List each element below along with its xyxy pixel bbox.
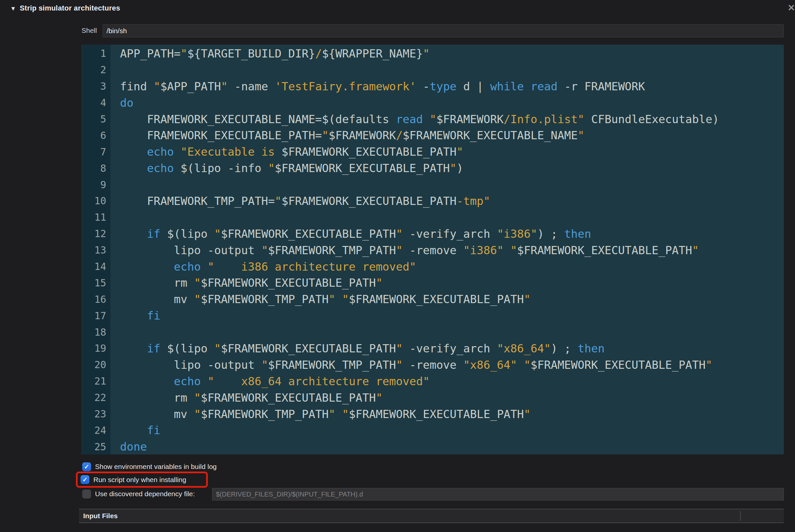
line-number: 18 [81,326,110,338]
line-number: 23 [81,408,110,420]
input-files-header: Input Files [79,509,784,523]
use-dependency-file-checkbox[interactable] [82,490,91,498]
script-editor[interactable]: 1APP_PATH="${TARGET_BUILD_DIR}/${WRAPPER… [81,45,784,455]
code-text: mv "$FRAMEWORK_TMP_PATH" "$FRAMEWORK_EXE… [110,292,531,306]
line-number: 2 [81,64,110,76]
disclosure-triangle-icon[interactable]: ▼ [10,5,16,12]
code-text: echo $(lipo -info "$FRAMEWORK_EXECUTABLE… [110,162,463,175]
show-env-vars-checkbox[interactable]: ✓ [82,462,91,471]
code-line: 20 lipo -output "$FRAMEWORK_TMP_PATH" -r… [81,357,784,373]
code-text: fi [110,309,160,322]
code-line: 25done [81,438,784,455]
code-text: do [110,96,133,109]
code-line: 1APP_PATH="${TARGET_BUILD_DIR}/${WRAPPER… [81,45,784,62]
line-number: 14 [81,261,110,272]
line-number: 24 [81,424,110,436]
code-line: 15 rm "$FRAMEWORK_EXECUTABLE_PATH" [81,274,784,291]
code-text: FRAMEWORK_TMP_PATH="$FRAMEWORK_EXECUTABL… [110,194,490,208]
code-text: fi [110,424,160,437]
code-line: 19 if $(lipo "$FRAMEWORK_EXECUTABLE_PATH… [81,340,784,357]
code-text: lipo -output "$FRAMEWORK_TMP_PATH" -remo… [110,244,699,257]
line-number: 22 [81,392,110,403]
code-line: 8 echo $(lipo -info "$FRAMEWORK_EXECUTAB… [81,160,784,176]
code-line: 13 lipo -output "$FRAMEWORK_TMP_PATH" -r… [81,242,784,259]
line-number: 10 [81,195,110,207]
line-number: 15 [81,277,110,289]
code-text: mv "$FRAMEWORK_TMP_PATH" "$FRAMEWORK_EXE… [110,407,531,421]
checkbox-row-use-dependency-file[interactable]: Use discovered dependency file: [82,489,195,499]
code-text: APP_PATH="${TARGET_BUILD_DIR}/${WRAPPER_… [110,47,430,60]
line-number: 9 [81,179,110,190]
dependency-file-placeholder: $(DERIVED_FILES_DIR)/$(INPUT_FILE_PATH).… [216,491,363,498]
line-number: 21 [81,375,110,387]
code-text: find "$APP_PATH" -name 'TestFairy.framew… [110,80,645,93]
shell-label: Shell [82,26,97,35]
line-number: 13 [81,244,110,256]
line-number: 25 [81,441,110,453]
code-line: 5 FRAMEWORK_EXECUTABLE_NAME=$(defaults r… [81,111,784,128]
code-line: 22 rm "$FRAMEWORK_EXECUTABLE_PATH" [81,390,784,406]
line-number: 7 [81,146,110,158]
checkmark-icon: ✓ [84,464,89,470]
code-line: 18 [81,324,784,340]
code-line: 2 [81,62,784,78]
code-line: 16 mv "$FRAMEWORK_TMP_PATH" "$FRAMEWORK_… [81,291,784,307]
code-text: FRAMEWORK_EXECUTABLE_NAME=$(defaults rea… [110,113,719,126]
phase-title: Strip simulator architectures [20,4,120,13]
close-icon[interactable]: ✕ [788,3,795,13]
code-text: echo " i386 architecture removed" [110,260,416,273]
input-files-label: Input Files [83,509,118,522]
line-number: 1 [81,48,110,59]
run-script-only-label: Run script only when installing [93,476,186,484]
code-line: 14 echo " i386 architecture removed" [81,259,784,275]
code-line: 24 fi [81,422,784,438]
code-text: rm "$FRAMEWORK_EXECUTABLE_PATH" [110,391,382,404]
line-number: 5 [81,113,110,125]
annotation-highlight: ✓ Run script only when installing [76,472,208,488]
code-line: 4do [81,95,784,111]
code-line: 9 [81,176,784,193]
code-text: lipo -output "$FRAMEWORK_TMP_PATH" -remo… [110,358,712,372]
code-line: 11 [81,209,784,226]
run-script-only-checkbox[interactable]: ✓ [80,475,89,484]
use-dependency-file-label: Use discovered dependency file: [95,490,195,498]
line-number: 16 [81,293,110,305]
line-number: 6 [81,130,110,141]
code-text: echo "Executable is $FRAMEWORK_EXECUTABL… [110,145,463,158]
shell-input[interactable]: /bin/sh [103,24,784,37]
checkmark-icon: ✓ [83,476,88,483]
checkbox-row-run-script-only[interactable]: ✓ Run script only when installing [77,473,206,486]
code-line: 7 echo "Executable is $FRAMEWORK_EXECUTA… [81,144,784,160]
code-text: FRAMEWORK_EXECUTABLE_PATH="$FRAMEWORK/$F… [110,129,584,142]
line-number: 11 [81,211,110,223]
line-number: 12 [81,228,110,240]
code-line: 12 if $(lipo "$FRAMEWORK_EXECUTABLE_PATH… [81,226,784,242]
column-divider [740,511,741,521]
code-text: rm "$FRAMEWORK_EXECUTABLE_PATH" [110,276,382,289]
line-number: 17 [81,310,110,322]
show-env-vars-label: Show environment variables in build log [95,463,217,471]
code-line: 23 mv "$FRAMEWORK_TMP_PATH" "$FRAMEWORK_… [81,406,784,422]
line-number: 4 [81,97,110,108]
dependency-file-input[interactable]: $(DERIVED_FILES_DIR)/$(INPUT_FILE_PATH).… [212,488,784,500]
code-line: 3find "$APP_PATH" -name 'TestFairy.frame… [81,78,784,95]
checkbox-row-show-env-vars[interactable]: ✓ Show environment variables in build lo… [82,462,217,472]
code-line: 17 fi [81,307,784,324]
code-text: echo " x86_64 architecture removed" [110,375,430,388]
line-number: 8 [81,163,110,174]
code-line: 10 FRAMEWORK_TMP_PATH="$FRAMEWORK_EXECUT… [81,193,784,209]
line-number: 19 [81,343,110,354]
line-number: 20 [81,359,110,370]
code-line: 6 FRAMEWORK_EXECUTABLE_PATH="$FRAMEWORK/… [81,127,784,144]
code-line: 21 echo " x86_64 architecture removed" [81,373,784,390]
script-editor-lines: 1APP_PATH="${TARGET_BUILD_DIR}/${WRAPPER… [81,45,784,455]
code-text: if $(lipo "$FRAMEWORK_EXECUTABLE_PATH" -… [110,227,591,241]
code-text: done [110,440,147,453]
code-text: if $(lipo "$FRAMEWORK_EXECUTABLE_PATH" -… [110,342,604,355]
line-number: 3 [81,80,110,92]
run-script-phase-panel: ▼ Strip simulator architectures ✕ Shell … [0,0,795,532]
